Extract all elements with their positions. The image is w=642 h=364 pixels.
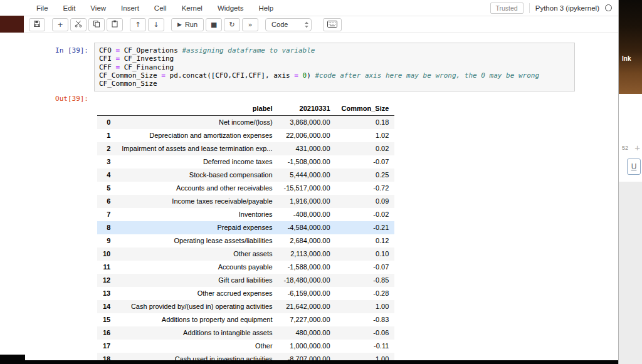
table-row: 16Additions to intangible assets480,000.…: [97, 326, 394, 340]
background-photo: Ink: [619, 0, 642, 94]
table-cell: Depreciation and amortization expenses: [116, 129, 278, 142]
arrow-up-icon: ↑: [135, 21, 140, 28]
table-cell: 0.25: [336, 169, 395, 182]
background-window-strip: Ink 52 + U: [618, 0, 642, 364]
copy-icon: [93, 20, 100, 29]
restart-icon: ↻: [229, 21, 235, 28]
table-cell: 1,000,000.00: [278, 340, 336, 353]
interrupt-kernel-button[interactable]: ■: [206, 18, 222, 31]
table-cell: -0.07: [336, 261, 395, 274]
table-cell: 1.00: [336, 300, 395, 313]
dataframe-tbody: 0Net income/(loss)3,868,000.000.181Depre…: [97, 116, 394, 361]
table-cell: Inventories: [116, 208, 278, 221]
table-cell: -0.85: [336, 274, 395, 287]
table-row: 7Inventories-408,000.00-0.02: [97, 208, 394, 221]
row-index: 1: [97, 129, 116, 142]
row-index: 4: [97, 169, 116, 182]
table-cell: Additions to intangible assets: [116, 326, 278, 340]
code-area: CFO = CF_Operations #assigning dataframe…: [99, 46, 570, 88]
menu-cell[interactable]: Cell: [147, 4, 174, 12]
stop-icon: ■: [211, 21, 217, 28]
copy-cell-button[interactable]: [88, 18, 105, 31]
table-cell: 0.09: [336, 195, 395, 208]
dataframe-output: plabel 20210331 Common_Size 0Net income/…: [97, 102, 394, 360]
row-index: 8: [97, 221, 116, 234]
jupyter-window: FileEditViewInsertCellKernelWidgetsHelp …: [0, 0, 618, 364]
table-cell: Operating lease assets/liabilities: [116, 234, 278, 247]
table-cell: Net income/(loss): [116, 116, 278, 130]
input-prompt: In [39]:: [0, 46, 88, 55]
row-index: 15: [97, 313, 116, 326]
add-cell-button[interactable]: +: [52, 18, 68, 31]
trusted-button[interactable]: Trusted: [490, 3, 524, 14]
row-index: 16: [97, 326, 116, 340]
table-cell: Accounts payable: [116, 261, 278, 274]
table-cell: Cash provided by/(used in) operating act…: [116, 300, 278, 313]
table-cell: -4,584,000.00: [278, 221, 336, 234]
table-cell: 480,000.00: [278, 326, 336, 340]
move-cell-up-button[interactable]: ↑: [130, 18, 146, 31]
background-plus-icon[interactable]: +: [634, 143, 640, 152]
table-cell: Accounts and other receivables: [116, 182, 278, 195]
restart-kernel-button[interactable]: ↻: [224, 18, 240, 31]
save-button[interactable]: [29, 18, 45, 31]
restart-run-all-button[interactable]: »: [242, 18, 258, 31]
table-cell: Gift card liabilities: [116, 274, 278, 287]
table-cell: 2,684,000.00: [278, 234, 336, 247]
column-header-plabel: plabel: [116, 102, 278, 116]
menu-insert[interactable]: Insert: [113, 4, 147, 12]
row-index: 11: [97, 261, 116, 274]
row-index: 14: [97, 300, 116, 313]
table-cell: 1,916,000.00: [278, 195, 336, 208]
row-index: 10: [97, 247, 116, 261]
table-cell: -1,588,000.00: [278, 261, 336, 274]
code-line: CF_Common_Size: [99, 80, 570, 88]
menu-file[interactable]: File: [29, 4, 56, 12]
menu-view[interactable]: View: [83, 4, 113, 12]
table-cell: 1.02: [336, 129, 395, 142]
table-row: 0Net income/(loss)3,868,000.000.18: [97, 116, 394, 130]
table-cell: -0.02: [336, 208, 395, 221]
table-cell: Income taxes receivable/payable: [116, 195, 278, 208]
cell-type-dropdown[interactable]: Code: [265, 18, 312, 31]
output-prompt: Out[39]:: [0, 95, 88, 103]
table-cell: Prepaid expenses: [116, 221, 278, 234]
table-cell: -0.11: [336, 340, 395, 353]
background-underline-button[interactable]: U: [627, 159, 641, 175]
table-cell: -8,707,000.00: [278, 353, 336, 360]
table-cell: -0.06: [336, 326, 395, 340]
table-cell: -6,159,000.00: [278, 287, 336, 300]
background-count-label: 52: [622, 145, 628, 151]
paste-cell-button[interactable]: [107, 18, 123, 31]
index-header: [97, 102, 116, 116]
table-row: 6Income taxes receivable/payable1,916,00…: [97, 195, 394, 208]
table-row: 1Depreciation and amortization expenses2…: [97, 129, 394, 142]
code-cell-input[interactable]: CFO = CF_Operations #assigning dataframe…: [94, 43, 575, 91]
save-icon: [33, 20, 41, 29]
table-cell: -1,508,000.00: [278, 155, 336, 169]
move-cell-down-button[interactable]: ↓: [148, 18, 164, 31]
code-line: CF_Common_Size = pd.concat([CFO,CFI,CFF]…: [99, 71, 570, 80]
row-index: 12: [97, 274, 116, 287]
menu-kernel[interactable]: Kernel: [174, 4, 210, 12]
kernel-idle-icon: [605, 4, 612, 11]
scissors-icon: [75, 20, 82, 29]
arrow-down-icon: ↓: [153, 21, 159, 28]
menu-widgets[interactable]: Widgets: [210, 4, 251, 12]
keyboard-icon: [327, 21, 337, 29]
cut-cell-button[interactable]: [70, 18, 87, 31]
table-cell: 0.12: [336, 234, 395, 247]
table-row: 18Cash used in investing activities-8,70…: [97, 353, 394, 360]
table-cell: 5,444,000.00: [278, 169, 336, 182]
table-row: 5Accounts and other receivables-15,517,0…: [97, 182, 394, 195]
run-button[interactable]: ▶ Run: [171, 18, 204, 31]
command-palette-button[interactable]: [323, 18, 342, 31]
table-cell: Deferred income taxes: [116, 155, 278, 169]
dataframe-header-row: plabel 20210331 Common_Size: [97, 102, 394, 116]
table-cell: Other assets: [116, 247, 278, 261]
menu-help[interactable]: Help: [251, 4, 281, 12]
menu-edit[interactable]: Edit: [56, 4, 83, 12]
kernel-name: Python 3 (ipykernel): [535, 4, 599, 12]
table-row: 17Other1,000,000.00-0.11: [97, 340, 394, 353]
table-cell: 0.02: [336, 142, 395, 155]
